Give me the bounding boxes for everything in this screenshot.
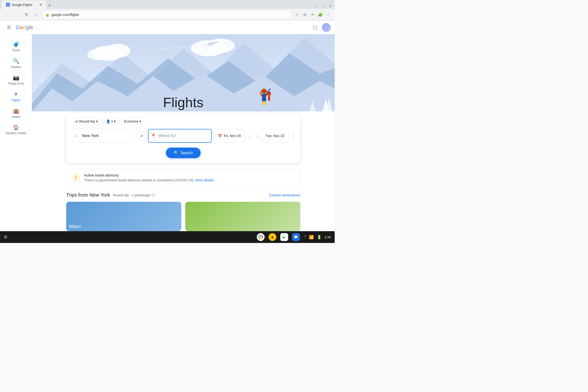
taskbar-indicator: [4, 235, 7, 239]
active-tab[interactable]: G Google Flights ✕: [2, 0, 46, 9]
google-apps-button[interactable]: [310, 22, 320, 32]
page-title: Flights: [163, 94, 204, 110]
tab-favicon: G: [6, 3, 10, 6]
origin-input[interactable]: [72, 129, 135, 143]
back-button[interactable]: ←: [3, 11, 11, 19]
swap-airports-button[interactable]: ⇄: [137, 132, 146, 140]
new-tab-button[interactable]: +: [46, 2, 53, 9]
depart-date-label: Fri, Nov 19: [224, 134, 241, 138]
star-button[interactable]: ☆: [294, 11, 300, 18]
home-button[interactable]: ⌂: [32, 11, 40, 19]
things-to-do-icon: 📷: [13, 74, 19, 81]
depart-prev-button[interactable]: ‹: [246, 132, 253, 139]
return-next-button[interactable]: ›: [297, 132, 304, 139]
chrome-logo-icon: [258, 234, 263, 240]
sidebar-label-travel: Travel: [12, 48, 20, 52]
maximize-button[interactable]: □: [321, 4, 326, 9]
sidebar-item-hotels[interactable]: 🏨 Hotels: [2, 105, 30, 122]
advisory-more-details-link[interactable]: More details: [195, 178, 214, 182]
trip-type-button[interactable]: ⇄ Round trip ▾: [72, 118, 101, 125]
logo-letter-e: e: [30, 24, 33, 31]
taskbar-chat-icon[interactable]: 💬: [292, 233, 300, 241]
sidebar-label-hotels: Hotels: [12, 115, 20, 119]
address-bar[interactable]: 🔒 google.com/flights: [42, 10, 292, 19]
taskbar-chrome-icon[interactable]: [257, 233, 265, 241]
search-button-icon: 🔍: [174, 150, 179, 155]
header-right: [310, 22, 331, 32]
screenshot-button[interactable]: ⊙: [301, 11, 308, 18]
return-prev-button[interactable]: ‹: [289, 132, 296, 139]
depart-next-button[interactable]: ›: [254, 132, 261, 139]
cabin-class-button[interactable]: Economy ▾: [121, 118, 144, 125]
browser-nav-bar: ← → ↻ ⌂ 🔒 google.com/flights ☆ ⊙ ✂ 🧩 ⋮: [0, 9, 335, 20]
menu-button[interactable]: ☰: [4, 22, 14, 32]
location-pin-icon: 📍: [151, 134, 156, 138]
taskbar: ● ▶ 💬 ? 📶 🔋 2:39: [0, 231, 335, 243]
advisory-icon: ℹ: [71, 173, 80, 182]
svg-point-5: [316, 27, 317, 28]
depart-date-field[interactable]: 📅 Fri, Nov 19: [214, 129, 245, 143]
svg-line-27: [262, 101, 263, 105]
svg-point-24: [262, 89, 267, 94]
travel-icon: 🧳: [13, 41, 19, 48]
extensions-button[interactable]: 🧩: [317, 11, 324, 18]
info-circle-icon: ℹ: [75, 175, 77, 180]
sidebar-item-vacation-rentals[interactable]: 🏠 Vacation rentals: [2, 122, 30, 138]
svg-point-16: [87, 49, 108, 60]
refresh-button[interactable]: ↻: [22, 11, 30, 19]
flights-icon: ✈: [14, 91, 18, 98]
tab-close-button[interactable]: ✕: [39, 2, 42, 7]
chat-icon-label: 💬: [294, 235, 298, 239]
explore-destinations-link[interactable]: Explore destinations: [270, 193, 300, 197]
more-button[interactable]: ⋮: [325, 11, 332, 18]
search-button[interactable]: 🔍 Search: [166, 148, 201, 158]
svg-point-8: [316, 29, 317, 30]
passengers-button[interactable]: 👤 1 ▾: [103, 118, 119, 125]
vacation-rentals-icon: 🏠: [13, 124, 19, 130]
return-date-field[interactable]: Tue, Nov 23: [262, 129, 288, 143]
cabin-class-label: Economy: [124, 120, 138, 123]
passengers-count: 1: [111, 120, 113, 123]
minimize-button[interactable]: ─: [314, 4, 319, 9]
page: ☰ G o o g l e: [0, 20, 335, 231]
sidebar-item-flights[interactable]: ✈ Flights: [2, 88, 30, 105]
tab-title: Google Flights: [12, 3, 32, 6]
svg-point-3: [313, 27, 314, 28]
content-wrapper: 🧳 Travel 🔍 Explore 📷 Things to do ✈ Flig…: [0, 34, 335, 231]
sidebar-item-travel[interactable]: 🧳 Travel: [2, 38, 30, 55]
search-container: ⇄ Round trip ▾ 👤 1 ▾ Economy ▾: [32, 113, 335, 163]
sidebar-item-explore[interactable]: 🔍 Explore: [2, 55, 30, 72]
trip-card-1[interactable]: Miami: [66, 202, 181, 231]
trip-type-label: Round trip: [79, 120, 95, 123]
taskbar-orange-app-icon[interactable]: ●: [269, 233, 276, 241]
origin-field-wrap: ○: [72, 129, 135, 143]
sidebar-label-flights: Flights: [11, 98, 20, 102]
close-window-button[interactable]: ✕: [328, 4, 333, 9]
trips-container: Trips from New York Round trip · 1 passe…: [32, 186, 335, 231]
trips-info-icon[interactable]: ⓘ: [152, 193, 155, 197]
return-date-label: Tue, Nov 23: [266, 134, 284, 138]
destination-input[interactable]: [148, 129, 212, 143]
trip-card-2[interactable]: [185, 202, 300, 231]
question-mark-icon[interactable]: ?: [304, 235, 306, 239]
origin-circle-icon: ○: [75, 134, 77, 138]
sidebar-label-things-to-do: Things to do: [8, 82, 24, 85]
forward-button[interactable]: →: [13, 11, 20, 19]
scissors-button[interactable]: ✂: [309, 11, 316, 18]
trips-header: Trips from New York Round trip · 1 passe…: [66, 192, 300, 198]
svg-point-35: [260, 236, 261, 238]
search-btn-wrap: 🔍 Search: [72, 148, 294, 158]
nav-actions: ☆ ⊙ ✂ 🧩 ⋮: [294, 11, 332, 18]
user-avatar[interactable]: [322, 23, 331, 32]
advisory-description: There's a government travel advisory rel…: [84, 178, 295, 182]
svg-point-18: [207, 39, 235, 53]
svg-point-1: [315, 25, 315, 26]
advisory-text: Active travel advisory There's a governm…: [84, 173, 295, 182]
google-logo: G o o g l e: [16, 24, 33, 31]
sidebar-item-things-to-do[interactable]: 📷 Things to do: [2, 72, 30, 88]
google-header: ☰ G o o g l e: [0, 20, 335, 34]
browser-tab-bar: G Google Flights ✕ + ─ □ ✕: [0, 0, 335, 9]
taskbar-meet-icon[interactable]: ▶: [280, 233, 288, 241]
svg-rect-23: [268, 96, 270, 101]
destination-field-wrap: 📍: [148, 129, 212, 143]
